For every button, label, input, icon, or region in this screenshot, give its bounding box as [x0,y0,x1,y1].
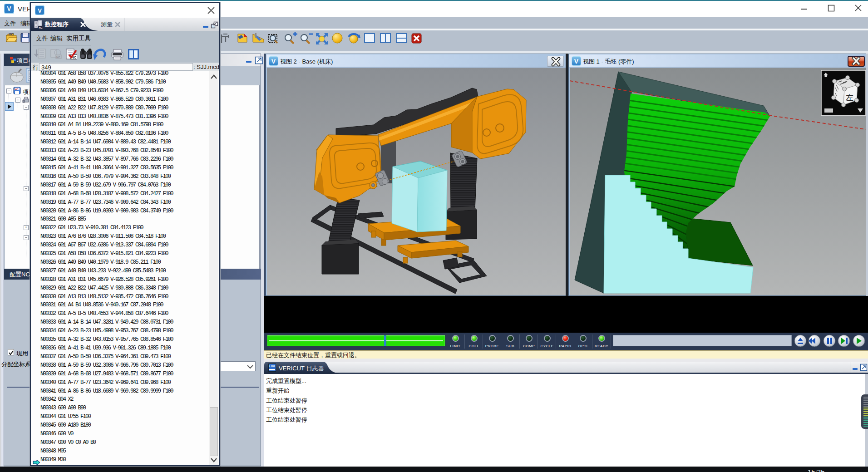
svg-text:NC: NC [56,56,60,59]
svg-text:V: V [7,5,11,12]
svg-text:左: 左 [846,93,853,102]
svg-text:V: V [38,7,42,14]
svg-text:LOG: LOG [269,365,275,368]
svg-text:VC: VC [15,88,19,91]
svg-text:VC: VC [9,32,14,36]
svg-text:VC: VC [23,34,27,38]
svg-text:NC: NC [39,26,43,29]
